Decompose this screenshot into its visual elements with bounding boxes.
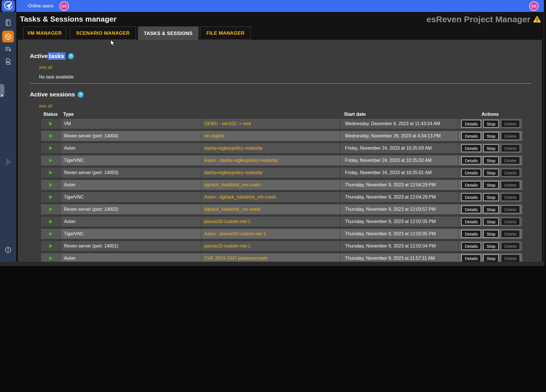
session-row: Reven server (port: 14004) vlc-exploit W… xyxy=(41,131,523,141)
session-row: TigerVNC Axion - dghack_hacktrick_vm-cra… xyxy=(41,192,523,203)
session-start-date: Thursday, November 9, 2023 at 12:02:05 P… xyxy=(340,216,458,227)
online-users-label: Online users xyxy=(28,3,53,9)
sessions-see-all-link[interactable]: see all xyxy=(39,104,52,109)
session-name-link[interactable]: dghack_hacktrick_vm-crash xyxy=(204,182,260,187)
app-title-text: esReven Project Manager xyxy=(427,15,530,24)
details-button[interactable]: Details xyxy=(461,230,481,238)
session-name-link[interactable]: pocow10-custom-net-1 xyxy=(204,219,251,224)
sidebar-item-journal[interactable] xyxy=(0,19,16,26)
session-start-date: Friday, November 24, 2023 at 10:25:03 AM xyxy=(340,143,458,153)
session-actions-cell: Details Stop Delete xyxy=(458,192,523,202)
session-actions-cell: Details Stop Delete xyxy=(458,119,523,129)
details-button[interactable]: Details xyxy=(461,156,481,164)
session-name-cell: pocow10-custom-net-1 xyxy=(201,241,340,251)
session-actions-cell: Details Stop Delete xyxy=(458,180,523,190)
session-name-link[interactable]: QEMU - win102 -> root xyxy=(204,121,251,126)
session-name-link[interactable]: Axion - pocow10-custom-net-1 xyxy=(204,231,266,236)
session-actions-cell: Details Stop Delete xyxy=(458,168,523,178)
details-button[interactable]: Details xyxy=(461,205,481,213)
send-arrow-icon xyxy=(3,1,13,11)
details-button[interactable]: Details xyxy=(461,218,481,226)
details-button[interactable]: Details xyxy=(461,132,481,140)
col-header-status: Status xyxy=(41,112,60,117)
esreven-logo[interactable] xyxy=(2,0,15,12)
session-row: Reven server (port: 14003) dashp-regkeyp… xyxy=(41,167,523,178)
stop-button[interactable]: Stop xyxy=(483,132,499,140)
sidebar-item-info[interactable] xyxy=(0,246,16,253)
running-status-icon xyxy=(49,183,53,187)
session-start-date: Thursday, November 9, 2023 at 12:02:05 P… xyxy=(340,229,458,239)
current-user-avatar[interactable]: US xyxy=(529,1,539,11)
sidebar-expand-arrow-icon[interactable] xyxy=(6,158,11,166)
sidebar-item-project-manager-active[interactable] xyxy=(2,31,14,42)
session-type: Reven server (port: 14003) xyxy=(61,168,201,178)
running-status-icon xyxy=(49,195,53,199)
session-name-link[interactable]: dashp-regkeypolicy-nodashp xyxy=(204,170,262,175)
section-divider xyxy=(30,83,531,84)
journal-icon xyxy=(4,19,12,26)
stop-button[interactable]: Stop xyxy=(483,242,499,250)
stop-button[interactable]: Stop xyxy=(483,193,499,201)
tab-scenario-manager[interactable]: SCENARIO MANAGER xyxy=(70,26,136,40)
session-status-cell xyxy=(41,216,61,227)
stop-button[interactable]: Stop xyxy=(483,156,499,164)
drawer-drag-handle[interactable] xyxy=(0,84,4,97)
active-tasks-selected-text: tasks xyxy=(48,52,65,60)
session-name-link[interactable]: pocow10-custom-net-1 xyxy=(204,244,251,249)
details-button[interactable]: Details xyxy=(461,169,481,177)
stop-button[interactable]: Stop xyxy=(483,144,499,152)
sidebar-item-task-queue[interactable] xyxy=(0,45,16,53)
session-name-cell: dashp-regkeypolicy-nodashp xyxy=(201,143,340,153)
session-name-link[interactable]: CVE-2019-1347-peparsercrash xyxy=(204,256,267,261)
session-type: Axion xyxy=(61,143,201,153)
tab-vm-manager[interactable]: VM MANAGER xyxy=(23,26,66,40)
session-type: VM xyxy=(61,119,201,129)
session-type: TigerVNC xyxy=(61,229,201,239)
session-name-cell: dashp-regkeypolicy-nodashp xyxy=(201,168,340,178)
sidebar-item-file-search[interactable] xyxy=(0,58,16,65)
running-status-icon xyxy=(49,158,53,162)
session-name-cell: CVE-2019-1347-peparsercrash xyxy=(201,253,340,262)
stop-button[interactable]: Stop xyxy=(483,218,499,226)
tasks-see-all-link[interactable]: see all xyxy=(39,65,52,70)
session-name-link[interactable]: Axion - dghack_hacktrick_vm-crash xyxy=(204,195,276,200)
scrollbar-track[interactable] xyxy=(544,0,546,266)
session-actions-cell: Details Stop Delete xyxy=(458,216,523,227)
details-button[interactable]: Details xyxy=(461,181,481,189)
tasks-help-icon[interactable]: ? xyxy=(68,53,74,59)
active-tasks-heading: Active tasks ? xyxy=(30,52,74,60)
session-type: Reven server (port: 14001) xyxy=(61,241,201,251)
logo-cell xyxy=(0,0,16,12)
running-status-icon xyxy=(49,146,53,150)
details-button[interactable]: Details xyxy=(461,120,481,128)
stop-button[interactable]: Stop xyxy=(483,120,499,128)
details-button[interactable]: Details xyxy=(461,242,481,250)
delete-button: Delete xyxy=(501,218,520,226)
tab-file-manager[interactable]: FILE MANAGER xyxy=(200,26,251,40)
delete-button: Delete xyxy=(501,181,520,189)
session-row: Axion pocow10-custom-net-1 Thursday, Nov… xyxy=(41,216,523,227)
session-status-cell xyxy=(41,180,61,190)
app-title: esReven Project Manager xyxy=(427,15,541,24)
session-actions-cell: Details Stop Delete xyxy=(458,143,523,153)
stop-button[interactable]: Stop xyxy=(483,205,499,213)
drawer-play-icon xyxy=(1,94,3,96)
session-name-link[interactable]: dashp-regkeypolicy-nodashp xyxy=(204,146,262,151)
session-name-link[interactable]: vlc-exploit xyxy=(204,133,224,139)
details-button[interactable]: Details xyxy=(461,193,481,201)
sessions-help-icon[interactable]: ? xyxy=(78,92,84,98)
running-status-icon xyxy=(49,134,53,138)
online-user-avatar[interactable]: US xyxy=(59,1,69,11)
session-type: Reven server (port: 14004) xyxy=(61,131,201,141)
running-status-icon xyxy=(49,256,53,260)
details-button[interactable]: Details xyxy=(461,254,481,262)
stop-button[interactable]: Stop xyxy=(483,254,499,262)
session-name-link[interactable]: dghack_hacktrick_vm-crash xyxy=(204,207,260,212)
session-name-link[interactable]: Axion - dashp-regkeypolicy-nodashp xyxy=(204,158,278,163)
stop-button[interactable]: Stop xyxy=(483,181,499,189)
stop-button[interactable]: Stop xyxy=(483,169,499,177)
details-button[interactable]: Details xyxy=(461,144,481,152)
col-header-actions: Actions xyxy=(458,112,523,117)
stop-button[interactable]: Stop xyxy=(483,230,499,238)
tab-tasks-sessions[interactable]: TASKS & SESSIONS xyxy=(138,26,198,40)
